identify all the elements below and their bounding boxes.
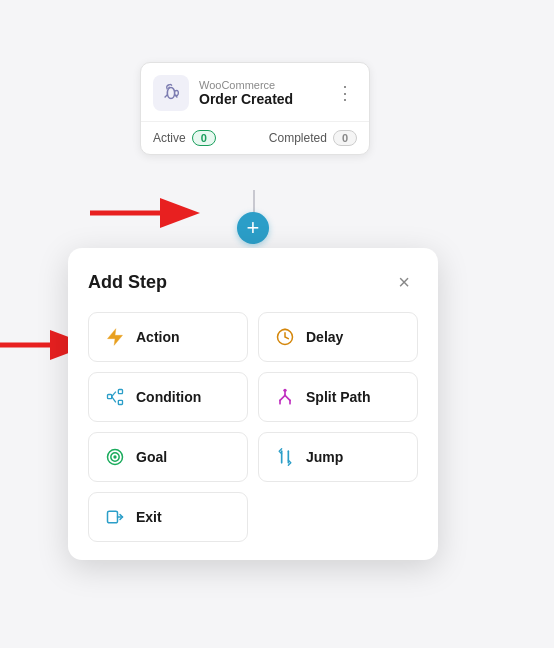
node-icon [153,75,189,111]
exit-button[interactable]: Exit [88,492,248,542]
modal-header: Add Step × [88,268,418,296]
svg-rect-12 [118,400,122,404]
delay-icon [273,325,297,349]
svg-point-0 [167,88,174,99]
svg-marker-8 [108,329,123,346]
delay-button[interactable]: Delay [258,312,418,362]
modal-close-button[interactable]: × [390,268,418,296]
goal-button[interactable]: Goal [88,432,248,482]
jump-button[interactable]: Jump [258,432,418,482]
node-text: WooCommerce Order Created [199,79,323,107]
action-label: Action [136,329,180,345]
workflow-node-card: WooCommerce Order Created ⋮ Active 0 Com… [140,62,370,155]
svg-line-2 [165,95,168,98]
svg-line-13 [112,392,116,397]
svg-rect-26 [108,511,118,523]
node-completed-stat: Completed 0 [269,130,357,146]
svg-line-14 [112,397,116,403]
completed-badge: 0 [333,130,357,146]
step-grid: Action Delay [88,312,418,542]
goal-label: Goal [136,449,167,465]
node-footer: Active 0 Completed 0 [141,121,369,154]
add-step-button[interactable]: + [237,212,269,244]
node-title: Order Created [199,91,323,107]
svg-point-23 [113,455,116,458]
condition-label: Condition [136,389,201,405]
exit-icon [103,505,127,529]
completed-label: Completed [269,131,327,145]
svg-rect-10 [108,395,112,399]
active-label: Active [153,131,186,145]
svg-point-1 [168,87,170,89]
active-badge: 0 [192,130,216,146]
condition-button[interactable]: Condition [88,372,248,422]
node-brand: WooCommerce [199,79,323,91]
node-menu-icon[interactable]: ⋮ [333,81,357,105]
condition-icon [103,385,127,409]
action-icon [103,325,127,349]
arrow-right [90,198,210,228]
add-step-modal: Add Step × Action [68,248,438,560]
canvas: WooCommerce Order Created ⋮ Active 0 Com… [0,0,554,648]
node-header: WooCommerce Order Created ⋮ [141,63,369,121]
split-path-label: Split Path [306,389,371,405]
modal-title: Add Step [88,272,167,293]
split-path-icon [273,385,297,409]
jump-label: Jump [306,449,343,465]
jump-icon [273,445,297,469]
svg-line-17 [285,395,290,400]
node-active-stat: Active 0 [153,130,216,146]
delay-label: Delay [306,329,343,345]
split-path-button[interactable]: Split Path [258,372,418,422]
goal-icon [103,445,127,469]
svg-point-20 [283,389,286,392]
svg-line-16 [280,395,285,400]
exit-label: Exit [136,509,162,525]
svg-rect-11 [118,390,122,394]
action-button[interactable]: Action [88,312,248,362]
